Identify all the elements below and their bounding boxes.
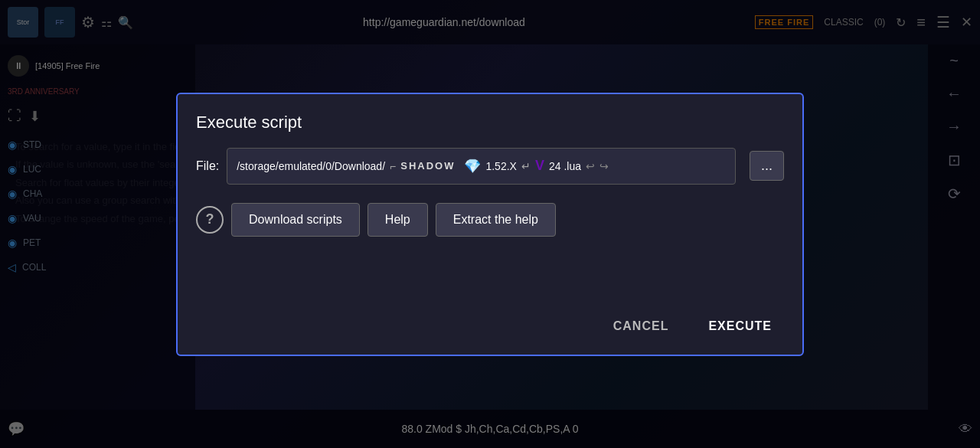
download-scripts-button[interactable]: Download scripts bbox=[231, 203, 360, 237]
file-path-container[interactable]: /storage/emulated/0/Download/ ⌐ SHADOW 💎… bbox=[227, 148, 736, 185]
extract-help-button[interactable]: Extract the help bbox=[436, 203, 556, 237]
help-button[interactable]: Help bbox=[368, 203, 428, 237]
shadow-text: SHADOW bbox=[400, 160, 455, 172]
modal-overlay: Execute script File: /storage/emulated/0… bbox=[0, 0, 980, 448]
execute-button[interactable]: EXECUTE bbox=[696, 313, 784, 339]
file-version: 1.52.X bbox=[485, 160, 516, 172]
file-label: File: bbox=[196, 159, 219, 173]
file-more-button[interactable]: ... bbox=[750, 151, 784, 181]
redo-icon: ↪ bbox=[599, 160, 609, 172]
cursor-j: ↵ bbox=[521, 160, 531, 172]
undo-icon: ↩ bbox=[586, 160, 595, 172]
help-circle-icon[interactable]: ? bbox=[196, 206, 224, 234]
dialog-footer: CANCEL EXECUTE bbox=[196, 313, 784, 339]
action-buttons-row: ? Download scripts Help Extract the help bbox=[196, 203, 784, 237]
v-icon: V bbox=[535, 158, 544, 174]
dialog-title: Execute script bbox=[196, 113, 784, 132]
file-row: File: /storage/emulated/0/Download/ ⌐ SH… bbox=[196, 148, 784, 185]
file-number: 24 .lua bbox=[549, 160, 581, 172]
file-path: /storage/emulated/0/Download/ bbox=[237, 160, 385, 172]
cursor-before-shadow: ⌐ bbox=[390, 160, 396, 172]
execute-script-dialog: Execute script File: /storage/emulated/0… bbox=[176, 93, 804, 356]
cancel-button[interactable]: CANCEL bbox=[601, 313, 681, 339]
diamond-icon: 💎 bbox=[464, 158, 481, 175]
file-path-text: /storage/emulated/0/Download/ ⌐ SHADOW 💎… bbox=[237, 158, 609, 175]
